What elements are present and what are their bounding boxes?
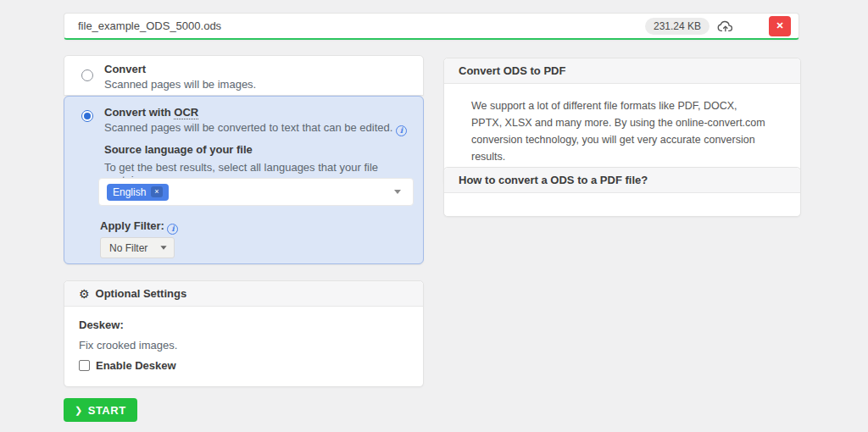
convert-ocr-panel[interactable]: Convert with OCR Scanned pages will be c… bbox=[64, 96, 424, 264]
howto-header[interactable]: How to convert a ODS to a PDF file? bbox=[444, 168, 800, 193]
filter-selected-value: No Filter bbox=[109, 242, 147, 254]
convert-ocr-description: Scanned pages will be converted to text … bbox=[104, 121, 407, 136]
chevron-down-icon bbox=[394, 190, 401, 194]
file-size-badge: 231.24 KB bbox=[645, 18, 709, 35]
convert-ocr-description-text: Scanned pages will be converted to text … bbox=[104, 121, 392, 134]
enable-deskew-label: Enable Deskew bbox=[96, 359, 176, 372]
howto-body bbox=[444, 193, 800, 218]
convert-info-card: Convert ODS to PDF We support a lot of d… bbox=[443, 58, 801, 185]
language-tag-label: English bbox=[113, 186, 146, 198]
cloud-upload-glyph bbox=[717, 19, 734, 33]
optional-settings-card: ⚙ Optional Settings Deskew: Fix crooked … bbox=[64, 280, 424, 387]
info-icon[interactable]: i bbox=[396, 125, 407, 136]
convert-ocr-label-prefix: Convert with bbox=[104, 106, 174, 119]
convert-ocr-label: Convert with OCR bbox=[104, 106, 198, 119]
language-multiselect[interactable]: English × bbox=[98, 178, 414, 206]
start-button[interactable]: ❯ START bbox=[64, 398, 137, 422]
filter-select[interactable]: No Filter bbox=[100, 237, 175, 258]
convert-label: Convert bbox=[104, 63, 146, 75]
remove-language-icon[interactable]: × bbox=[151, 186, 162, 197]
language-tag-english: English × bbox=[107, 184, 169, 201]
convert-option-row[interactable]: Convert Scanned pages will be images. bbox=[64, 55, 424, 96]
optional-settings-header: ⚙ Optional Settings bbox=[64, 281, 423, 307]
convert-description: Scanned pages will be images. bbox=[104, 78, 256, 91]
apply-filter-label: Apply Filter: i bbox=[100, 219, 178, 235]
cloud-upload-icon[interactable] bbox=[716, 17, 735, 36]
howto-card: How to convert a ODS to a PDF file? bbox=[443, 167, 801, 217]
convert-info-title: Convert ODS to PDF bbox=[459, 64, 565, 77]
convert-ocr-label-ocr: OCR bbox=[174, 106, 198, 119]
close-icon: ✕ bbox=[776, 21, 783, 30]
convert-radio[interactable] bbox=[81, 69, 93, 81]
chevron-right-icon: ❯ bbox=[75, 405, 83, 416]
howto-title: How to convert a ODS to a PDF file? bbox=[459, 174, 648, 186]
convert-ocr-radio[interactable] bbox=[81, 110, 93, 122]
source-language-title: Source language of your file bbox=[104, 143, 253, 156]
enable-deskew-row[interactable]: Enable Deskew bbox=[79, 359, 176, 372]
remove-file-button[interactable]: ✕ bbox=[769, 16, 791, 36]
deskew-label: Deskew: bbox=[79, 318, 124, 331]
optional-settings-title: Optional Settings bbox=[96, 287, 187, 300]
chevron-down-icon bbox=[160, 246, 166, 250]
file-name: file_example_ODS_5000.ods bbox=[78, 19, 645, 32]
file-upload-bar: file_example_ODS_5000.ods 231.24 KB ✕ bbox=[64, 13, 799, 40]
gear-icon: ⚙ bbox=[79, 287, 90, 301]
deskew-description: Fix crooked images. bbox=[79, 339, 177, 352]
apply-filter-label-text: Apply Filter: bbox=[100, 219, 164, 232]
convert-info-header: Convert ODS to PDF bbox=[444, 58, 800, 84]
optional-settings-body: Deskew: Fix crooked images. Enable Deske… bbox=[64, 307, 423, 387]
enable-deskew-checkbox[interactable] bbox=[79, 360, 90, 371]
filter-info-icon[interactable]: i bbox=[167, 224, 178, 235]
start-button-label: START bbox=[88, 404, 126, 417]
